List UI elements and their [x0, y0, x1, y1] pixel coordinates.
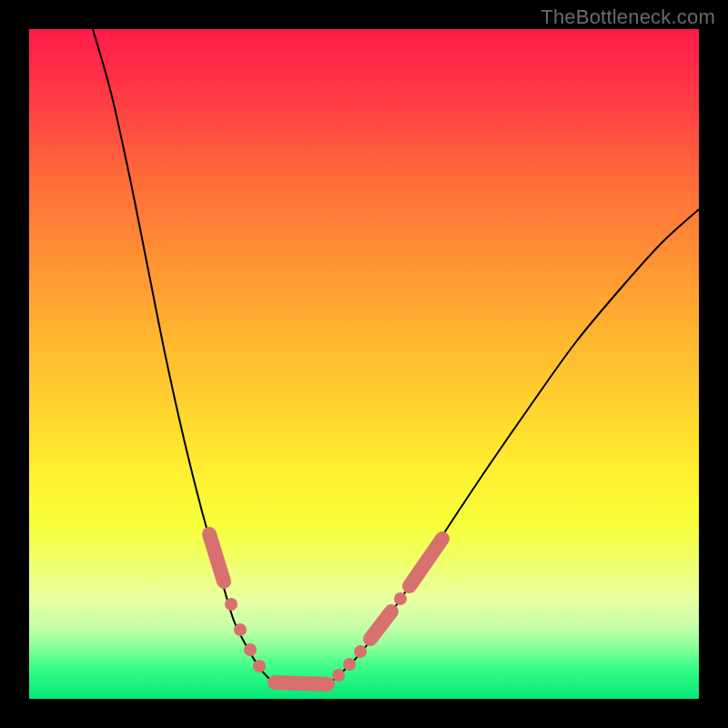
bead-dot	[234, 623, 247, 636]
bead-dot	[354, 645, 367, 658]
bead-dot	[225, 598, 238, 611]
bead-group	[209, 534, 442, 684]
bead-dot	[343, 658, 356, 671]
bead-capsule	[410, 539, 442, 586]
bottleneck-curve	[29, 29, 699, 699]
bead-capsule	[209, 534, 224, 581]
bead-dot	[244, 643, 257, 656]
bead-capsule	[275, 682, 328, 684]
curve-path	[93, 29, 699, 690]
bead-capsule	[370, 612, 391, 639]
bead-dot	[394, 592, 407, 605]
watermark-text: TheBottleneck.com	[541, 5, 715, 29]
chart-frame: TheBottleneck.com	[0, 0, 728, 728]
bead-dot	[253, 660, 266, 672]
plot-area	[29, 29, 699, 699]
bead-dot	[332, 669, 345, 682]
